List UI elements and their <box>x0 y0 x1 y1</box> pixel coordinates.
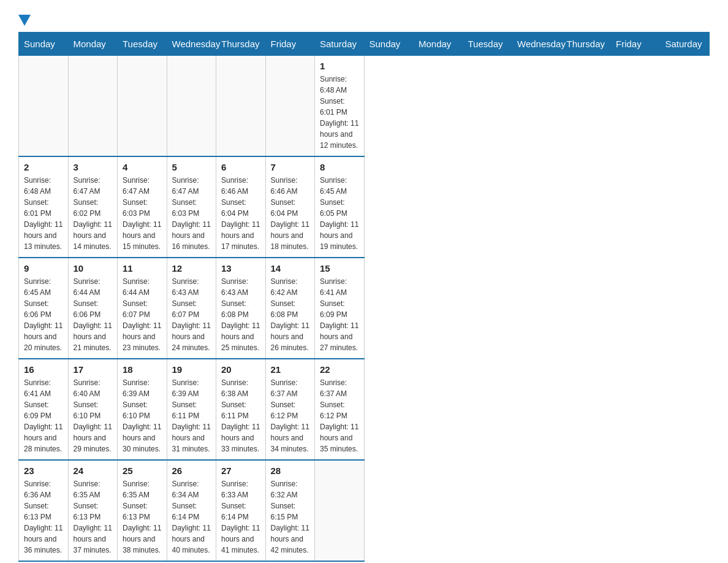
day-number: 13 <box>221 263 260 274</box>
weekday-header-wednesday: Wednesday <box>512 33 562 56</box>
calendar-cell: 13Sunrise: 6:43 AM Sunset: 6:08 PM Dayli… <box>216 258 266 359</box>
day-info: Sunrise: 6:38 AM Sunset: 6:11 PM Dayligh… <box>221 377 260 454</box>
week-row-4: 16Sunrise: 6:41 AM Sunset: 6:09 PM Dayli… <box>19 359 710 460</box>
logo-triangle-icon <box>18 15 31 26</box>
day-info: Sunrise: 6:47 AM Sunset: 6:03 PM Dayligh… <box>123 175 162 252</box>
calendar-cell: 5Sunrise: 6:47 AM Sunset: 6:03 PM Daylig… <box>167 156 216 258</box>
header-thursday: Thursday <box>216 33 266 56</box>
calendar-header-row: SundayMondayTuesdayWednesdayThursdayFrid… <box>19 33 710 56</box>
day-number: 6 <box>221 162 260 172</box>
day-info: Sunrise: 6:34 AM Sunset: 6:14 PM Dayligh… <box>172 478 211 556</box>
week-row-1: 1Sunrise: 6:48 AM Sunset: 6:01 PM Daylig… <box>19 56 710 157</box>
calendar-cell: 12Sunrise: 6:43 AM Sunset: 6:07 PM Dayli… <box>167 258 216 359</box>
day-number: 22 <box>320 364 359 375</box>
day-info: Sunrise: 6:37 AM Sunset: 6:12 PM Dayligh… <box>271 377 310 454</box>
day-number: 12 <box>172 263 211 274</box>
header-sunday: Sunday <box>19 33 69 56</box>
calendar-cell: 11Sunrise: 6:44 AM Sunset: 6:07 PM Dayli… <box>118 258 167 359</box>
day-info: Sunrise: 6:44 AM Sunset: 6:07 PM Dayligh… <box>123 276 162 353</box>
day-number: 26 <box>172 465 211 476</box>
day-info: Sunrise: 6:37 AM Sunset: 6:12 PM Dayligh… <box>320 377 359 454</box>
page-header <box>18 12 710 26</box>
day-info: Sunrise: 6:48 AM Sunset: 6:01 PM Dayligh… <box>320 74 359 151</box>
calendar-cell: 28Sunrise: 6:32 AM Sunset: 6:15 PM Dayli… <box>265 460 315 561</box>
week-row-3: 9Sunrise: 6:45 AM Sunset: 6:06 PM Daylig… <box>19 258 710 359</box>
calendar-cell <box>68 56 118 157</box>
header-tuesday: Tuesday <box>118 33 167 56</box>
calendar-cell <box>118 56 167 157</box>
calendar-cell: 1Sunrise: 6:48 AM Sunset: 6:01 PM Daylig… <box>315 56 365 157</box>
calendar-cell: 22Sunrise: 6:37 AM Sunset: 6:12 PM Dayli… <box>315 359 365 460</box>
day-number: 23 <box>24 465 63 476</box>
day-info: Sunrise: 6:45 AM Sunset: 6:06 PM Dayligh… <box>24 276 63 353</box>
day-info: Sunrise: 6:33 AM Sunset: 6:14 PM Dayligh… <box>221 478 260 556</box>
calendar-cell <box>265 56 315 157</box>
calendar-cell: 19Sunrise: 6:39 AM Sunset: 6:11 PM Dayli… <box>167 359 216 460</box>
day-number: 19 <box>172 364 211 375</box>
calendar-cell: 9Sunrise: 6:45 AM Sunset: 6:06 PM Daylig… <box>19 258 69 359</box>
weekday-header-tuesday: Tuesday <box>463 33 512 56</box>
day-number: 4 <box>123 162 162 172</box>
calendar-cell: 8Sunrise: 6:45 AM Sunset: 6:05 PM Daylig… <box>315 156 365 258</box>
day-info: Sunrise: 6:42 AM Sunset: 6:08 PM Dayligh… <box>271 276 310 353</box>
day-number: 8 <box>320 162 359 172</box>
calendar-cell: 3Sunrise: 6:47 AM Sunset: 6:02 PM Daylig… <box>68 156 118 258</box>
day-number: 24 <box>74 465 113 476</box>
day-number: 27 <box>221 465 260 476</box>
weekday-header-sunday: Sunday <box>364 33 414 56</box>
calendar-cell <box>216 56 266 157</box>
day-info: Sunrise: 6:47 AM Sunset: 6:02 PM Dayligh… <box>74 175 113 252</box>
calendar-cell: 26Sunrise: 6:34 AM Sunset: 6:14 PM Dayli… <box>167 460 216 561</box>
day-info: Sunrise: 6:39 AM Sunset: 6:11 PM Dayligh… <box>172 377 211 454</box>
day-number: 2 <box>24 162 63 172</box>
calendar-cell: 16Sunrise: 6:41 AM Sunset: 6:09 PM Dayli… <box>19 359 69 460</box>
calendar-cell: 6Sunrise: 6:46 AM Sunset: 6:04 PM Daylig… <box>216 156 266 258</box>
calendar-cell: 25Sunrise: 6:35 AM Sunset: 6:13 PM Dayli… <box>118 460 167 561</box>
day-number: 9 <box>24 263 63 274</box>
day-number: 11 <box>123 263 162 274</box>
calendar-cell <box>315 460 365 561</box>
day-info: Sunrise: 6:44 AM Sunset: 6:06 PM Dayligh… <box>74 276 113 353</box>
calendar-cell: 20Sunrise: 6:38 AM Sunset: 6:11 PM Dayli… <box>216 359 266 460</box>
calendar-cell: 27Sunrise: 6:33 AM Sunset: 6:14 PM Dayli… <box>216 460 266 561</box>
calendar-cell: 23Sunrise: 6:36 AM Sunset: 6:13 PM Dayli… <box>19 460 69 561</box>
logo <box>18 12 31 26</box>
header-friday: Friday <box>265 33 315 56</box>
header-saturday: Saturday <box>315 33 365 56</box>
day-info: Sunrise: 6:47 AM Sunset: 6:03 PM Dayligh… <box>172 175 211 252</box>
calendar-cell: 4Sunrise: 6:47 AM Sunset: 6:03 PM Daylig… <box>118 156 167 258</box>
day-number: 17 <box>74 364 113 375</box>
calendar-cell <box>19 56 69 157</box>
week-row-5: 23Sunrise: 6:36 AM Sunset: 6:13 PM Dayli… <box>19 460 710 561</box>
day-info: Sunrise: 6:48 AM Sunset: 6:01 PM Dayligh… <box>24 175 63 252</box>
day-info: Sunrise: 6:36 AM Sunset: 6:13 PM Dayligh… <box>24 478 63 556</box>
calendar-cell: 24Sunrise: 6:35 AM Sunset: 6:13 PM Dayli… <box>68 460 118 561</box>
day-number: 18 <box>123 364 162 375</box>
day-number: 28 <box>271 465 310 476</box>
day-number: 14 <box>271 263 310 274</box>
day-number: 1 <box>320 61 359 71</box>
calendar-cell: 2Sunrise: 6:48 AM Sunset: 6:01 PM Daylig… <box>19 156 69 258</box>
day-number: 7 <box>271 162 310 172</box>
day-number: 25 <box>123 465 162 476</box>
calendar-table: SundayMondayTuesdayWednesdayThursdayFrid… <box>18 32 710 562</box>
day-info: Sunrise: 6:43 AM Sunset: 6:08 PM Dayligh… <box>221 276 260 353</box>
header-wednesday: Wednesday <box>167 33 216 56</box>
day-info: Sunrise: 6:43 AM Sunset: 6:07 PM Dayligh… <box>172 276 211 353</box>
day-info: Sunrise: 6:41 AM Sunset: 6:09 PM Dayligh… <box>24 377 63 454</box>
day-info: Sunrise: 6:39 AM Sunset: 6:10 PM Dayligh… <box>123 377 162 454</box>
day-info: Sunrise: 6:41 AM Sunset: 6:09 PM Dayligh… <box>320 276 359 353</box>
day-info: Sunrise: 6:35 AM Sunset: 6:13 PM Dayligh… <box>74 478 113 556</box>
day-number: 21 <box>271 364 310 375</box>
day-number: 10 <box>74 263 113 274</box>
day-number: 3 <box>74 162 113 172</box>
calendar-cell: 7Sunrise: 6:46 AM Sunset: 6:04 PM Daylig… <box>265 156 315 258</box>
week-row-2: 2Sunrise: 6:48 AM Sunset: 6:01 PM Daylig… <box>19 156 710 258</box>
day-info: Sunrise: 6:46 AM Sunset: 6:04 PM Dayligh… <box>221 175 260 252</box>
day-number: 15 <box>320 263 359 274</box>
calendar-cell: 14Sunrise: 6:42 AM Sunset: 6:08 PM Dayli… <box>265 258 315 359</box>
day-number: 5 <box>172 162 211 172</box>
weekday-header-thursday: Thursday <box>561 33 611 56</box>
day-info: Sunrise: 6:40 AM Sunset: 6:10 PM Dayligh… <box>74 377 113 454</box>
header-monday: Monday <box>68 33 118 56</box>
